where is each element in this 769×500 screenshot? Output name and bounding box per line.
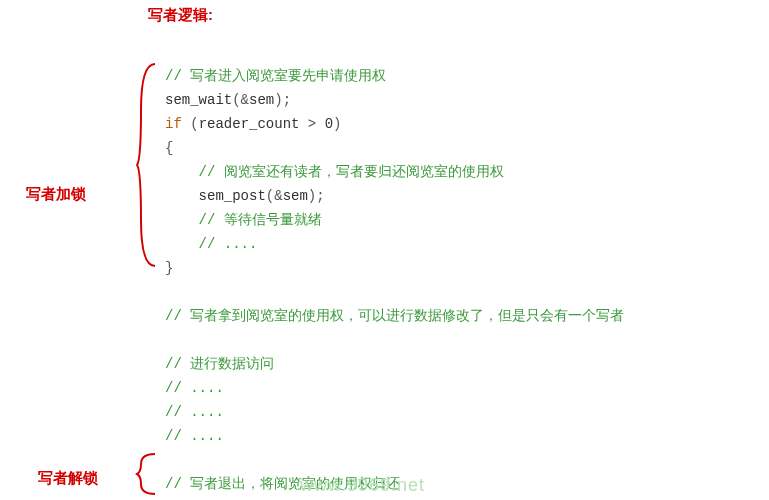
code-token: reader_count bbox=[199, 116, 300, 132]
code-comment: // 写者退出，将阅览室的使用权归还 bbox=[165, 476, 400, 492]
code-comment: // .... bbox=[165, 428, 224, 444]
code-token: } bbox=[165, 260, 173, 276]
label-writer-lock: 写者加锁 bbox=[26, 185, 86, 204]
code-token: sem bbox=[249, 92, 274, 108]
bracket-lock-icon bbox=[135, 60, 159, 270]
code-comment: // 写者进入阅览室要先申请使用权 bbox=[165, 68, 386, 84]
code-token: ); bbox=[274, 92, 291, 108]
code-token: ( bbox=[182, 116, 199, 132]
bracket-unlock-icon bbox=[135, 450, 159, 498]
code-comment: // 进行数据访问 bbox=[165, 356, 274, 372]
code-token: sem bbox=[283, 188, 308, 204]
code-comment: // .... bbox=[165, 404, 224, 420]
code-token: ) bbox=[333, 116, 341, 132]
code-token: (& bbox=[232, 92, 249, 108]
code-comment: // 写者拿到阅览室的使用权，可以进行数据修改了，但是只会有一个写者 bbox=[165, 308, 624, 324]
code-comment: // 阅览室还有读者，写者要归还阅览室的使用权 bbox=[199, 164, 504, 180]
code-token: 0 bbox=[325, 116, 333, 132]
code-comment: // .... bbox=[165, 380, 224, 396]
code-comment: // .... bbox=[199, 236, 258, 252]
code-token: sem_wait bbox=[165, 92, 232, 108]
code-token: (& bbox=[266, 188, 283, 204]
code-block: // 写者进入阅览室要先申请使用权 sem_wait(&sem); if (re… bbox=[165, 40, 624, 500]
code-token: { bbox=[165, 140, 173, 156]
code-keyword: if bbox=[165, 116, 182, 132]
code-token: > bbox=[299, 116, 324, 132]
title-writer-logic: 写者逻辑: bbox=[148, 6, 213, 25]
label-writer-unlock: 写者解锁 bbox=[38, 469, 98, 488]
code-comment: // 等待信号量就绪 bbox=[199, 212, 322, 228]
code-token: ); bbox=[308, 188, 325, 204]
code-token: sem_post bbox=[199, 188, 266, 204]
